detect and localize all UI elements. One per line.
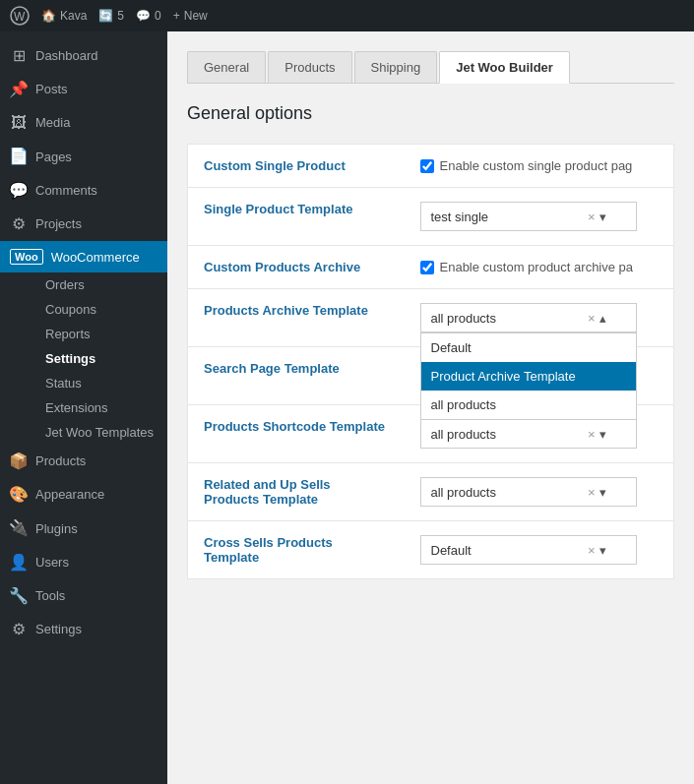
dropdown-item-product-archive-template[interactable]: Product Archive Template xyxy=(421,362,636,391)
sidebar-item-plugins[interactable]: 🔌 Plugins xyxy=(0,513,167,546)
new-btn[interactable]: + New xyxy=(173,9,208,23)
arrow-products-shortcode: ▾ xyxy=(599,427,606,442)
tab-general[interactable]: General xyxy=(187,51,266,83)
updates-btn[interactable]: 🔄 5 xyxy=(98,9,124,23)
select-box-single-product[interactable]: test single × ▾ xyxy=(420,202,637,231)
value-single-product-template: test single × ▾ xyxy=(405,188,674,246)
comments-icon: 💬 xyxy=(136,9,151,23)
products-icon: 📦 xyxy=(10,452,28,470)
select-value-single-product: test single xyxy=(431,210,489,224)
checkbox-label-custom-products-archive: Enable custom product archive pa xyxy=(440,260,634,274)
checkbox-custom-single-product[interactable] xyxy=(420,159,434,173)
sidebar-item-comments[interactable]: 💬 Comments xyxy=(0,174,167,208)
sidebar-item-coupons[interactable]: Coupons xyxy=(35,297,167,322)
woo-badge: Woo xyxy=(10,249,43,265)
label-search-page-template: Search Page Template xyxy=(188,347,405,405)
plus-icon: + xyxy=(173,9,180,23)
select-box-cross-sells[interactable]: Default × ▾ xyxy=(420,535,637,565)
sidebar-item-status[interactable]: Status xyxy=(35,371,167,395)
sidebar-item-posts[interactable]: 📌 Posts xyxy=(0,73,167,106)
label-single-product-template: Single Product Template xyxy=(188,188,405,246)
row-single-product-template: Single Product Template test single × ▾ xyxy=(188,188,674,246)
clear-products-archive[interactable]: × xyxy=(588,311,596,326)
sidebar-item-users[interactable]: 👤 Users xyxy=(0,546,167,579)
sidebar-item-reports[interactable]: Reports xyxy=(35,322,167,346)
select-box-products-shortcode[interactable]: all products × ▾ xyxy=(420,419,637,449)
label-products-shortcode-template: Products Shortcode Template xyxy=(188,405,405,463)
dropdown-item-all-products[interactable]: all products xyxy=(421,391,636,419)
checkbox-label-custom-single-product: Enable custom single product pag xyxy=(440,158,633,173)
sidebar-item-projects[interactable]: ⚙ Projects xyxy=(0,208,167,241)
select-products-shortcode-template[interactable]: all products × ▾ xyxy=(420,419,637,449)
value-cross-sells-template: Default × ▾ xyxy=(405,521,674,579)
tools-icon: 🔧 xyxy=(10,587,28,605)
select-cross-sells-template[interactable]: Default × ▾ xyxy=(420,535,637,565)
sidebar-item-settings-main[interactable]: ⚙ Settings xyxy=(0,613,167,646)
row-custom-products-archive: Custom Products Archive Enable custom pr… xyxy=(188,246,674,289)
clear-related-upsells[interactable]: × xyxy=(588,485,596,500)
section-title: General options xyxy=(187,103,674,124)
row-custom-single-product: Custom Single Product Enable custom sing… xyxy=(188,145,674,188)
label-custom-single-product: Custom Single Product xyxy=(188,145,405,188)
sidebar-item-woocommerce[interactable]: Woo WooCommerce xyxy=(0,241,167,272)
sidebar-item-products[interactable]: 📦 Products xyxy=(0,445,167,478)
checkbox-custom-products-archive[interactable] xyxy=(420,261,434,274)
content-area: General Products Shipping Jet Woo Builde… xyxy=(167,31,694,784)
row-products-archive-template: Products Archive Template all products ×… xyxy=(188,289,674,347)
wp-logo-btn[interactable]: W xyxy=(10,6,30,26)
select-related-upsells-template[interactable]: all products × ▾ xyxy=(420,477,637,507)
dropdown-item-default[interactable]: Default xyxy=(421,333,636,362)
value-products-archive-template: all products × ▴ Default Product Archive… xyxy=(405,289,674,347)
sidebar-item-settings[interactable]: Settings xyxy=(35,346,167,371)
home-icon: 🏠 xyxy=(41,9,56,23)
select-box-related-upsells[interactable]: all products × ▾ xyxy=(420,477,637,507)
select-value-products-shortcode: all products xyxy=(431,427,496,442)
site-name-btn[interactable]: 🏠 Kava xyxy=(41,9,87,23)
plugins-icon: 🔌 xyxy=(10,520,28,538)
media-icon: 🖼 xyxy=(10,114,28,132)
arrow-cross-sells: ▾ xyxy=(599,543,606,558)
sidebar-item-jet-woo-templates[interactable]: Jet Woo Templates xyxy=(35,420,167,445)
dashboard-icon: ⊞ xyxy=(10,47,28,65)
clear-cross-sells[interactable]: × xyxy=(588,543,596,558)
sidebar-item-dashboard[interactable]: ⊞ Dashboard xyxy=(0,39,167,73)
sidebar: ⊞ Dashboard 📌 Posts 🖼 Media 📄 Pages 💬 Co… xyxy=(0,31,167,784)
top-bar: W 🏠 Kava 🔄 5 💬 0 + New xyxy=(0,0,694,31)
label-cross-sells-template: Cross Sells Products Template xyxy=(188,521,405,579)
sidebar-item-appearance[interactable]: 🎨 Appearance xyxy=(0,478,167,512)
select-single-product-template[interactable]: test single × ▾ xyxy=(420,202,637,231)
select-products-archive-template[interactable]: all products × ▴ Default Product Archive… xyxy=(420,303,637,332)
select-box-products-archive[interactable]: all products × ▴ xyxy=(420,303,637,332)
posts-icon: 📌 xyxy=(10,81,28,98)
sidebar-item-extensions[interactable]: Extensions xyxy=(35,395,167,420)
clear-single-product[interactable]: × xyxy=(588,210,596,224)
sidebar-item-orders[interactable]: Orders xyxy=(35,272,167,297)
appearance-icon: 🎨 xyxy=(10,486,28,504)
arrow-products-archive: ▴ xyxy=(599,311,606,326)
tab-shipping[interactable]: Shipping xyxy=(354,51,438,83)
tab-products[interactable]: Products xyxy=(268,51,351,83)
options-table: Custom Single Product Enable custom sing… xyxy=(187,144,674,579)
row-related-upsells-template: Related and Up Sells Products Template a… xyxy=(188,463,674,521)
select-value-related-upsells: all products xyxy=(431,485,496,500)
tab-jet-woo-builder[interactable]: Jet Woo Builder xyxy=(439,51,570,84)
main-layout: ⊞ Dashboard 📌 Posts 🖼 Media 📄 Pages 💬 Co… xyxy=(0,31,694,784)
value-custom-single-product: Enable custom single product pag xyxy=(405,145,674,188)
arrow-single-product: ▾ xyxy=(599,210,606,224)
label-related-upsells-template: Related and Up Sells Products Template xyxy=(188,463,405,521)
settings-icon: ⚙ xyxy=(10,621,28,638)
sidebar-item-tools[interactable]: 🔧 Tools xyxy=(0,579,167,613)
woo-submenu: Orders Coupons Reports Settings Status E… xyxy=(0,272,167,445)
select-value-products-archive: all products xyxy=(431,311,496,326)
updates-icon: 🔄 xyxy=(98,9,113,23)
value-related-upsells-template: all products × ▾ xyxy=(405,463,674,521)
sidebar-item-pages[interactable]: 📄 Pages xyxy=(0,141,167,174)
clear-products-shortcode[interactable]: × xyxy=(588,427,596,442)
settings-tabs: General Products Shipping Jet Woo Builde… xyxy=(187,51,674,84)
svg-text:W: W xyxy=(14,10,26,24)
sidebar-item-media[interactable]: 🖼 Media xyxy=(0,106,167,140)
arrow-related-upsells: ▾ xyxy=(599,485,606,500)
row-cross-sells-template: Cross Sells Products Template Default × … xyxy=(188,521,674,579)
comments-nav-icon: 💬 xyxy=(10,182,28,200)
comments-btn[interactable]: 💬 0 xyxy=(136,9,161,23)
